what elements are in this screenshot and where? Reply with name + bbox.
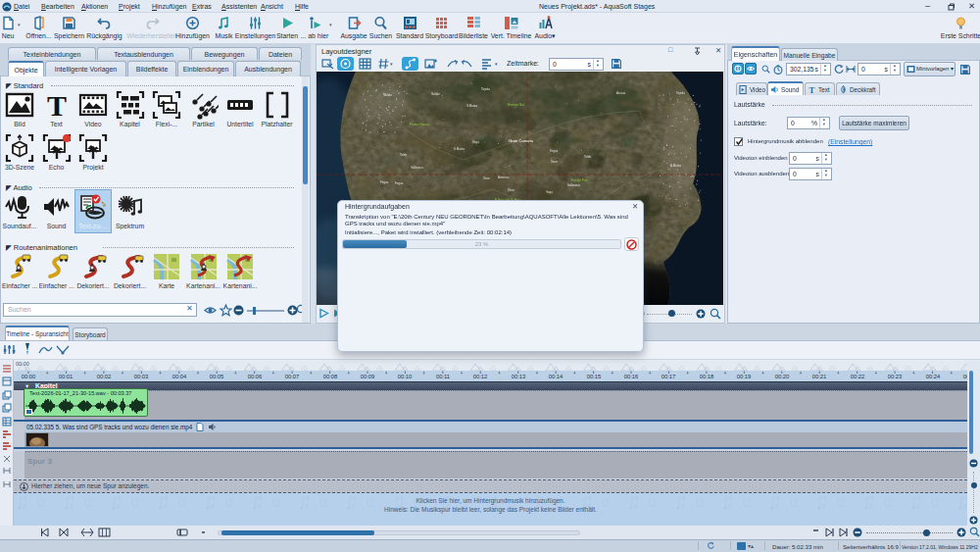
svg-text:S.Mateo: S.Mateo [466,104,478,108]
svg-text:Telde: Telde [584,155,592,159]
svg-text:S.Mateo: S.Mateo [454,147,466,151]
svg-text:T: T [808,85,814,94]
svg-text:Telde: Telde [400,153,408,157]
svg-text:T: T [46,90,66,120]
svg-text:Arucas: Arucas [616,91,626,95]
svg-text:Vega: Vega [472,140,479,144]
svg-text:Firgas: Firgas [380,180,389,184]
svg-text:Firgas: Firgas [395,181,404,185]
svg-text:Galdar: Galdar [383,93,392,97]
svg-text:Vega: Vega [546,190,553,194]
svg-text:Valleseco: Valleseco [567,183,580,187]
svg-text:Tejeda: Tejeda [676,91,685,95]
svg-text:Teror: Teror [508,188,514,192]
svg-text:S.Mateo: S.Mateo [670,164,682,168]
svg-text:Firgas: Firgas [550,149,559,153]
svg-text:Teror: Teror [551,160,558,164]
svg-text:Tejeda: Tejeda [481,87,490,91]
svg-text:Reserva Nat.: Reserva Nat. [508,103,525,107]
svg-text:Galdar: Galdar [431,92,440,96]
svg-text:Valleseco: Valleseco [411,166,423,170]
svg-text:Gran Canaria: Gran Canaria [509,138,534,143]
svg-text:Parque Natural: Parque Natural [410,123,430,126]
svg-text:Paisaje Prot.: Paisaje Prot. [571,178,588,182]
svg-text:Teror: Teror [483,176,490,180]
svg-text:Artenara: Artenara [498,176,510,179]
